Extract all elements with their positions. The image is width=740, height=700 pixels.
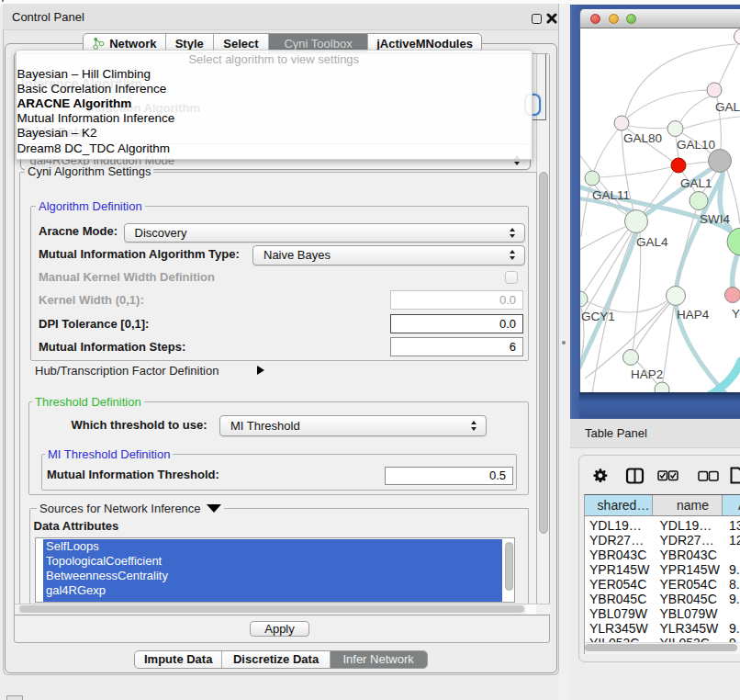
svg-text:SWI4: SWI4	[700, 212, 730, 226]
svg-text:HAP2: HAP2	[631, 367, 663, 381]
svg-text:Y: Y	[732, 307, 740, 321]
svg-text:GAL7: GAL7	[715, 100, 740, 114]
svg-text:GAL80: GAL80	[623, 131, 662, 145]
svg-text:HAP4: HAP4	[677, 308, 710, 322]
svg-text:GAL10: GAL10	[677, 138, 715, 152]
svg-text:GCY1: GCY1	[581, 310, 615, 323]
svg-text:GAL4: GAL4	[636, 235, 668, 249]
svg-text:GAL1: GAL1	[680, 176, 712, 190]
svg-text:GAL11: GAL11	[592, 188, 630, 202]
